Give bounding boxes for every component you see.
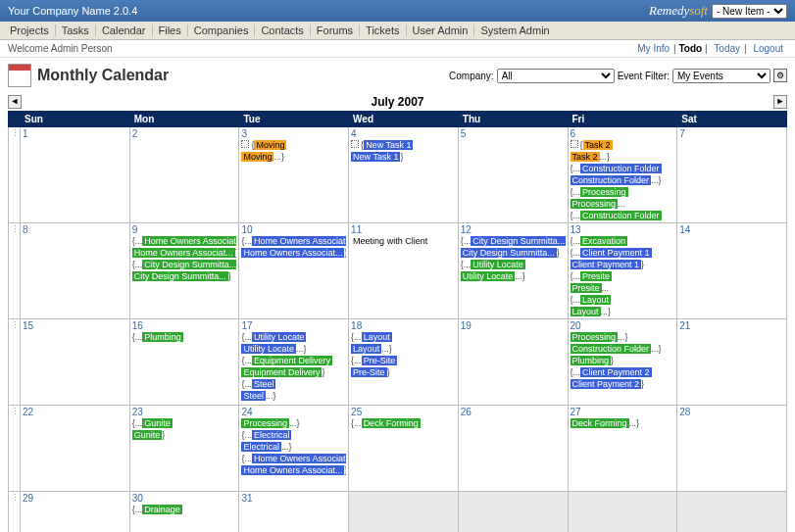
event-item[interactable]: Deck Forming...} bbox=[571, 417, 675, 429]
company-select[interactable]: All bbox=[497, 69, 615, 83]
event-item[interactable]: {Task 2 bbox=[571, 139, 675, 151]
event-item[interactable]: Layout...} bbox=[571, 306, 675, 317]
event-item[interactable]: City Design Summitta...} bbox=[132, 270, 237, 282]
day-cell[interactable]: 21 bbox=[677, 319, 787, 406]
event-item[interactable]: {New Task 1 bbox=[351, 139, 456, 151]
day-cell[interactable]: 29 bbox=[21, 492, 130, 533]
menu-tasks[interactable]: Tasks bbox=[55, 24, 95, 36]
day-number[interactable]: 27 bbox=[571, 407, 675, 417]
day-cell[interactable] bbox=[349, 492, 459, 533]
event-item[interactable]: Presite... bbox=[571, 282, 675, 294]
day-number[interactable]: 11 bbox=[351, 224, 456, 235]
event-item[interactable]: Task 2...} bbox=[571, 151, 675, 163]
event-item[interactable]: Moving...} bbox=[241, 151, 346, 163]
event-item[interactable]: {...Plumbing bbox=[132, 331, 237, 343]
event-item[interactable]: Home Owners Associat...} bbox=[241, 464, 346, 476]
todo-link[interactable]: Todo bbox=[678, 43, 702, 54]
day-number[interactable]: 17 bbox=[241, 320, 346, 331]
day-number[interactable]: 6 bbox=[571, 128, 675, 139]
menu-files[interactable]: Files bbox=[152, 24, 187, 36]
event-item[interactable]: Utility Locate...} bbox=[461, 270, 566, 282]
event-item[interactable]: {...Excavation bbox=[571, 235, 675, 247]
day-number[interactable]: 7 bbox=[679, 128, 784, 139]
day-cell[interactable] bbox=[458, 492, 568, 533]
day-number[interactable]: 14 bbox=[679, 224, 784, 235]
day-cell[interactable]: 28 bbox=[677, 406, 787, 492]
day-number[interactable]: 25 bbox=[351, 407, 456, 417]
event-item[interactable]: {...Client Payment 2 bbox=[571, 366, 675, 378]
day-cell[interactable]: 14 bbox=[677, 223, 787, 319]
event-item[interactable]: {...Construction Folder bbox=[571, 163, 675, 174]
event-item[interactable]: Meeting with Client bbox=[351, 235, 456, 247]
event-item[interactable]: Home Owners Associat...} bbox=[132, 247, 237, 259]
day-number[interactable]: 31 bbox=[241, 493, 346, 504]
event-item[interactable]: {...Home Owners Associat... bbox=[241, 453, 346, 464]
day-cell[interactable]: 16{...Plumbing bbox=[129, 319, 239, 406]
event-item[interactable]: {...Equipment Delivery bbox=[241, 355, 346, 366]
event-item[interactable]: {...Layout bbox=[351, 331, 456, 343]
event-item[interactable]: Processing...} bbox=[241, 417, 346, 429]
day-number[interactable]: 29 bbox=[23, 493, 127, 504]
new-item-select[interactable]: - New Item - bbox=[712, 4, 787, 19]
day-number[interactable]: 26 bbox=[461, 407, 566, 417]
event-item[interactable]: Client Payment 1} bbox=[571, 259, 675, 270]
day-number[interactable]: 16 bbox=[132, 320, 237, 331]
menu-calendar[interactable]: Calendar bbox=[95, 24, 152, 36]
event-item[interactable]: {...Drainage bbox=[132, 504, 237, 515]
event-item[interactable]: Construction Folder...} bbox=[571, 174, 675, 186]
gear-icon[interactable]: ⚙ bbox=[773, 69, 787, 82]
event-item[interactable]: {...City Design Summitta... bbox=[461, 235, 566, 247]
next-month-button[interactable]: ► bbox=[773, 95, 787, 109]
event-item[interactable]: Equipment Delivery} bbox=[241, 366, 346, 378]
myinfo-link[interactable]: My Info bbox=[637, 43, 670, 54]
week-handle[interactable]: ⋮ bbox=[9, 406, 21, 492]
event-item[interactable]: Construction Folder...} bbox=[571, 343, 675, 355]
event-item[interactable]: Processing...} bbox=[571, 331, 675, 343]
day-number[interactable]: 8 bbox=[23, 224, 127, 235]
event-item[interactable]: Home Owners Associat...} bbox=[241, 247, 346, 259]
day-number[interactable]: 20 bbox=[571, 320, 675, 331]
menu-projects[interactable]: Projects bbox=[4, 24, 55, 36]
event-item[interactable]: Processing... bbox=[571, 198, 675, 210]
day-number[interactable]: 1 bbox=[23, 128, 127, 139]
event-item[interactable]: {...Pre-Site bbox=[351, 355, 456, 366]
day-number[interactable]: 15 bbox=[23, 320, 127, 331]
event-item[interactable]: {...Utility Locate bbox=[461, 259, 566, 270]
day-cell[interactable]: 2 bbox=[129, 127, 239, 223]
day-cell[interactable]: 11Meeting with Client bbox=[349, 223, 459, 319]
event-item[interactable]: {...Deck Forming bbox=[351, 417, 456, 429]
day-number[interactable]: 3 bbox=[241, 128, 346, 139]
day-number[interactable]: 22 bbox=[23, 407, 127, 417]
day-cell[interactable]: 25{...Deck Forming bbox=[349, 406, 459, 492]
event-item[interactable]: {...Home Owners Associat... bbox=[241, 235, 346, 247]
event-item[interactable]: Steel...} bbox=[241, 390, 346, 402]
event-item[interactable]: {...Electrical bbox=[241, 429, 346, 441]
prev-month-button[interactable]: ◄ bbox=[8, 95, 22, 109]
logout-link[interactable]: Logout bbox=[753, 43, 783, 54]
event-filter-select[interactable]: My Events bbox=[672, 69, 770, 83]
event-item[interactable]: Utility Locate...} bbox=[241, 343, 346, 355]
event-item[interactable]: {...Construction Folder bbox=[571, 210, 675, 221]
day-number[interactable]: 13 bbox=[571, 224, 675, 235]
event-item[interactable]: {...Processing bbox=[571, 186, 675, 198]
day-number[interactable]: 10 bbox=[241, 224, 346, 235]
day-cell[interactable]: 23{...GuniteGunite} bbox=[129, 406, 239, 492]
day-cell[interactable]: 22 bbox=[21, 406, 130, 492]
event-item[interactable]: {...Utility Locate bbox=[241, 331, 346, 343]
day-cell[interactable]: 4{New Task 1New Task 1} bbox=[349, 127, 459, 223]
event-item[interactable]: City Design Summitta...} bbox=[461, 247, 566, 259]
day-cell[interactable]: 17{...Utility LocateUtility Locate...}{.… bbox=[239, 319, 349, 406]
day-cell[interactable]: 26 bbox=[458, 406, 568, 492]
day-cell[interactable]: 27Deck Forming...} bbox=[568, 406, 677, 492]
day-cell[interactable]: 30{...Drainage bbox=[129, 492, 239, 533]
day-cell[interactable]: 12{...City Design Summitta...City Design… bbox=[458, 223, 568, 319]
day-cell[interactable]: 9{...Home Owners Associati...Home Owners… bbox=[129, 223, 239, 319]
event-item[interactable]: Electrical...} bbox=[241, 441, 346, 453]
day-cell[interactable]: 24Processing...}{...ElectricalElectrical… bbox=[239, 406, 349, 492]
day-number[interactable]: 9 bbox=[132, 224, 237, 235]
event-item[interactable]: {...City Design Summitta... bbox=[132, 259, 237, 270]
event-item[interactable]: Gunite} bbox=[132, 429, 237, 441]
event-item[interactable]: Pre-Site} bbox=[351, 366, 456, 378]
day-cell[interactable] bbox=[677, 492, 787, 533]
day-cell[interactable]: 18{...LayoutLayout...}{...Pre-SitePre-Si… bbox=[349, 319, 459, 406]
